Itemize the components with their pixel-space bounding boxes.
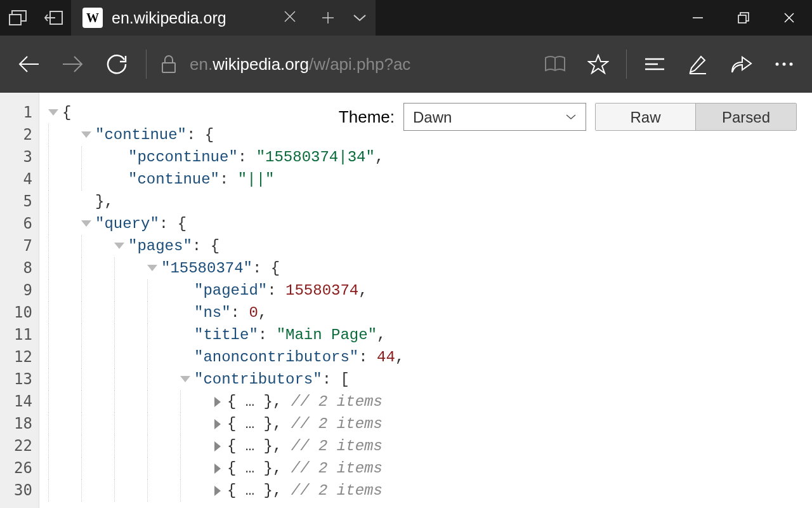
code-line: "query": { <box>48 213 807 235</box>
minimize-icon[interactable] <box>675 0 721 36</box>
fold-caret-icon[interactable] <box>114 243 124 249</box>
chevron-down-icon <box>565 114 577 120</box>
share-icon[interactable] <box>719 42 763 86</box>
code-line: "pages": { <box>48 235 807 257</box>
svg-point-4 <box>776 63 779 66</box>
url-host: wikipedia.org <box>213 55 309 74</box>
titlebar-left <box>0 0 71 36</box>
lock-icon[interactable] <box>153 55 185 74</box>
line-number: 9 <box>0 279 39 302</box>
line-number: 3 <box>0 146 39 168</box>
refresh-icon[interactable] <box>95 42 140 86</box>
view-mode-toggle: Raw Parsed <box>595 103 797 131</box>
line-number: 30 <box>0 479 39 502</box>
new-tab-icon[interactable] <box>312 0 344 36</box>
raw-button[interactable]: Raw <box>596 104 696 130</box>
code-line: { … }, // 2 items <box>48 479 807 502</box>
toolbar-right <box>534 42 806 86</box>
theme-select[interactable]: Dawn <box>403 103 586 131</box>
code-line: "pccontinue": "15580374|34", <box>48 146 807 168</box>
code-line: "15580374": { <box>48 257 807 279</box>
svg-rect-0 <box>10 15 21 25</box>
tab-preview-icon[interactable] <box>5 0 30 36</box>
line-number: 11 <box>0 324 39 346</box>
expand-caret-icon[interactable] <box>214 397 221 407</box>
svg-rect-3 <box>162 63 175 72</box>
browser-toolbar: en.wikipedia.org/w/api.php?ac <box>0 36 812 93</box>
code-line: "pageid": 15580374, <box>48 279 807 302</box>
more-icon[interactable] <box>763 42 806 86</box>
line-number: 22 <box>0 435 39 457</box>
tab-actions <box>312 0 376 36</box>
line-number-gutter: 1 2 3 4 5 6 7 8 9 10 11 12 13 14 18 22 2… <box>0 93 39 508</box>
close-tab-icon[interactable] <box>279 6 301 30</box>
window-controls <box>675 0 812 36</box>
expand-caret-icon[interactable] <box>214 486 221 496</box>
line-number: 26 <box>0 457 39 479</box>
parsed-button[interactable]: Parsed <box>696 104 796 130</box>
svg-point-5 <box>783 63 786 66</box>
code-line: { … }, // 2 items <box>48 391 807 413</box>
code-line: "ns": 0, <box>48 302 807 324</box>
theme-selected-value: Dawn <box>413 106 452 128</box>
back-icon[interactable] <box>6 42 51 86</box>
svg-point-6 <box>790 63 793 66</box>
json-viewer: { "continue": { "pccontinue": "15580374|… <box>39 93 812 508</box>
line-number: 1 <box>0 102 39 124</box>
expand-caret-icon[interactable] <box>214 419 221 429</box>
url-prefix: en. <box>190 55 213 74</box>
viewer-controls: Theme: Dawn Raw Parsed <box>339 103 797 131</box>
close-window-icon[interactable] <box>766 0 812 36</box>
line-number: 5 <box>0 190 39 213</box>
address-bar[interactable]: en.wikipedia.org/w/api.php?ac <box>185 55 534 74</box>
line-number: 7 <box>0 235 39 257</box>
reading-view-icon[interactable] <box>534 42 577 86</box>
maximize-icon[interactable] <box>721 0 766 36</box>
favorite-icon[interactable] <box>577 42 620 86</box>
set-aside-tabs-icon[interactable] <box>41 0 66 36</box>
code-line: { … }, // 2 items <box>48 457 807 479</box>
fold-caret-icon[interactable] <box>147 265 157 271</box>
expand-caret-icon[interactable] <box>214 464 221 474</box>
code-line: { … }, // 2 items <box>48 413 807 435</box>
tab-dropdown-icon[interactable] <box>344 0 376 36</box>
tab-title: en.wikipedia.org <box>112 9 270 27</box>
url-path: /w/api.php?ac <box>309 55 410 74</box>
code-line: { … }, // 2 items <box>48 435 807 457</box>
line-number: 12 <box>0 346 39 368</box>
theme-label: Theme: <box>339 106 395 128</box>
hub-icon[interactable] <box>633 42 676 86</box>
line-number: 14 <box>0 391 39 413</box>
line-number: 13 <box>0 368 39 391</box>
svg-rect-2 <box>738 15 746 23</box>
line-number: 4 <box>0 168 39 190</box>
code-line: }, <box>48 190 807 213</box>
line-number: 10 <box>0 302 39 324</box>
expand-caret-icon[interactable] <box>214 441 221 451</box>
browser-tab[interactable]: W en.wikipedia.org <box>71 0 312 36</box>
toolbar-separator <box>146 50 147 79</box>
fold-caret-icon[interactable] <box>81 131 91 138</box>
notes-icon[interactable] <box>676 42 719 86</box>
code-line: "contributors": [ <box>48 368 807 391</box>
fold-caret-icon[interactable] <box>81 220 91 227</box>
window-titlebar: W en.wikipedia.org <box>0 0 812 36</box>
code-line: "continue": "||" <box>48 168 807 190</box>
line-number: 6 <box>0 213 39 235</box>
fold-caret-icon[interactable] <box>48 109 58 116</box>
line-number: 8 <box>0 257 39 279</box>
page-content: 1 2 3 4 5 6 7 8 9 10 11 12 13 14 18 22 2… <box>0 93 812 508</box>
favicon: W <box>82 8 103 28</box>
forward-icon[interactable] <box>51 42 95 86</box>
toolbar-separator-2 <box>626 50 627 79</box>
fold-caret-icon[interactable] <box>180 376 190 382</box>
code-line: "title": "Main Page", <box>48 324 807 346</box>
line-number: 18 <box>0 413 39 435</box>
code-line: "anoncontributors": 44, <box>48 346 807 368</box>
line-number: 2 <box>0 124 39 146</box>
